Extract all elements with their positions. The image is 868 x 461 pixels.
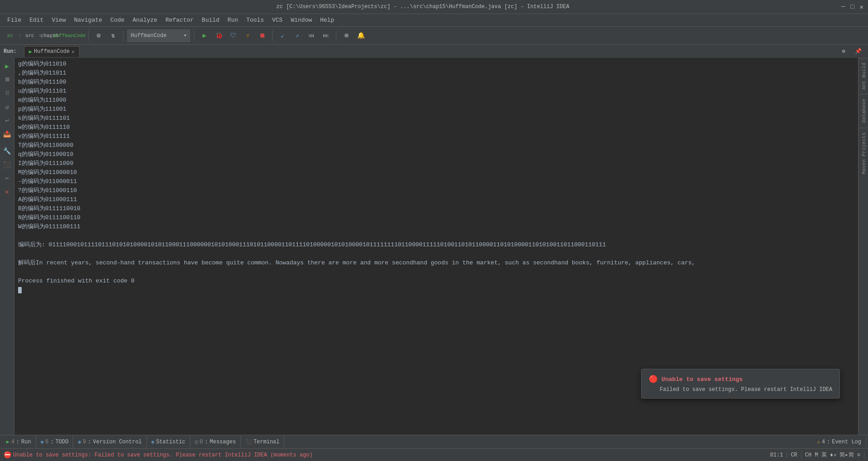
status-right: 81:1 CR CH M 英 ♦↗ 简▸简 ≡ xyxy=(766,451,864,459)
run-tab-num: 4 xyxy=(11,439,14,445)
run-tab-label: HuffmanCode xyxy=(34,48,70,55)
run-tab-icon: ▶ xyxy=(29,48,32,55)
run-config-selector[interactable]: HuffmanCode ▾ xyxy=(127,29,190,42)
status-bar: ⛔ Unable to save settings: Failed to sav… xyxy=(0,448,868,461)
notification-body: Failed to save settings. Please restart … xyxy=(649,386,832,393)
toolbar-divider-1 xyxy=(88,30,89,41)
event-log-tab[interactable]: ⚠ 4: Event Log xyxy=(812,437,866,447)
bottom-tab-bar: ▶ 4: Run ◉ 6: TODO ◉ 9: Version Control … xyxy=(0,435,868,448)
close-button[interactable]: ✕ xyxy=(860,3,863,11)
toolbar-settings-btn[interactable]: ⚙ xyxy=(92,29,105,42)
output-area[interactable]: g的编码为011010 ,的编码为011011 b的编码为011100 u的编码… xyxy=(14,58,858,435)
run-sidebar-icon[interactable]: ▶ xyxy=(1,60,14,72)
menu-navigate[interactable]: Navigate xyxy=(71,16,106,24)
encoding-text: CR xyxy=(791,452,797,458)
status-error-icon: ⛔ xyxy=(4,451,11,459)
event-log-label: Event Log xyxy=(832,439,861,445)
menu-analyze[interactable]: Analyze xyxy=(129,16,161,24)
pause-sidebar-icon[interactable]: ⏸ xyxy=(1,87,14,99)
close-sidebar-icon[interactable]: ✕ xyxy=(1,185,14,198)
settings-sidebar-icon[interactable]: 🔧 xyxy=(1,145,14,157)
menu-build[interactable]: Build xyxy=(198,16,223,24)
rerun-sidebar-icon[interactable]: ↺ xyxy=(1,100,14,113)
huffman-breadcrumb[interactable]: HuffmanCode xyxy=(63,29,75,42)
run-tab-bar: Run: ▶ HuffmanCode ✕ ⚙ 📌 xyxy=(0,44,868,58)
git-history-btn[interactable]: ⏮ xyxy=(305,29,318,42)
menu-edit[interactable]: Edit xyxy=(26,16,47,24)
menu-view[interactable]: View xyxy=(48,16,69,24)
notifications-btn[interactable]: 🔔 xyxy=(354,29,367,42)
menu-help[interactable]: Help xyxy=(316,16,338,24)
menu-run[interactable]: Run xyxy=(224,16,241,24)
huffman-run-tab[interactable]: ▶ HuffmanCode ✕ xyxy=(24,46,80,57)
run-settings-btn[interactable]: ⚙ xyxy=(837,45,850,58)
toolbar: zc › src › chap15 › HuffmanCode › ⚙ ⇅ Hu… xyxy=(0,26,868,44)
process-output: Process finished with exit code 0 xyxy=(18,277,854,286)
stop-button[interactable]: ⏹ xyxy=(256,29,269,42)
minimize-button[interactable]: ─ xyxy=(841,3,845,11)
output-line-18: N的编码为0111100110 xyxy=(18,213,854,222)
run-tab-close[interactable]: ✕ xyxy=(71,49,75,55)
console-sidebar-icon[interactable]: ⬛ xyxy=(1,158,14,171)
todo-tab-bottom[interactable]: ◉ 6: TODO xyxy=(36,435,74,448)
run-pin-btn[interactable]: 📌 xyxy=(852,45,864,58)
run-config-dropdown[interactable]: ▾ xyxy=(184,32,187,39)
profile-button[interactable]: ⚡ xyxy=(241,29,254,42)
output-line-9: v的编码为0111111 xyxy=(18,132,854,141)
restore-sidebar-icon[interactable]: ↩ xyxy=(1,114,14,127)
title-bar: zc [C:\Users\96553\IdeaProjects\zc] - ..… xyxy=(0,0,868,14)
git-forward-btn[interactable]: ⏭ xyxy=(320,29,332,42)
event-log-num: 4 xyxy=(822,439,825,445)
main-layout: ▶ ⏹ ⏸ ↺ ↩ 📤 🔧 ⬛ ✂ ✕ g的编码为011010 ,的编码为011… xyxy=(0,58,868,435)
export-sidebar-icon[interactable]: 📤 xyxy=(1,127,14,140)
database-tab[interactable]: Database xyxy=(859,94,868,127)
statistic-tab-bottom[interactable]: ◉ Statistic xyxy=(147,435,190,448)
encoded-output: 编码后为: 0111100010111101110101010000101011… xyxy=(18,240,854,249)
debug-button[interactable]: 🐞 xyxy=(212,29,225,42)
menu-tools[interactable]: Tools xyxy=(243,16,268,24)
run-tab-settings: ⚙ 📌 xyxy=(837,45,864,58)
menu-refactor[interactable]: Refactor xyxy=(162,16,197,24)
notification-title: Unable to save settings xyxy=(661,376,742,383)
version-control-tab-bottom[interactable]: ◉ 9: Version Control xyxy=(73,435,146,448)
menu-code[interactable]: Code xyxy=(107,16,128,24)
vc-tab-num: 9 xyxy=(83,439,86,445)
status-error-message: Unable to save settings: Failed to save … xyxy=(13,452,313,458)
terminal-tab-bottom[interactable]: ⬛ Terminal xyxy=(241,435,285,448)
menu-window[interactable]: Window xyxy=(287,16,316,24)
notification-header: 🔴 Unable to save settings xyxy=(649,375,832,384)
output-line-11: q的编码为01100010 xyxy=(18,150,854,159)
stat-tab-icon: ◉ xyxy=(151,439,155,445)
git-update-btn[interactable]: ↙ xyxy=(276,29,289,42)
project-icon[interactable]: zc xyxy=(4,29,16,42)
run-tab-bottom[interactable]: ▶ 4: Run xyxy=(2,435,36,448)
status-encoding[interactable]: CR xyxy=(787,452,801,458)
git-commit-btn[interactable]: ↗ xyxy=(291,29,303,42)
notification-error-icon: 🔴 xyxy=(649,375,658,384)
msg-tab-icon: ◫ xyxy=(195,439,198,445)
event-log-icon: ⚠ xyxy=(817,439,820,445)
run-button[interactable]: ▶ xyxy=(198,29,211,42)
toolbar-sort-btn[interactable]: ⇅ xyxy=(107,29,119,42)
messages-tab-bottom[interactable]: ◫ 0: Messages xyxy=(190,435,241,448)
output-line-15: ?的编码为011000110 xyxy=(18,186,854,195)
maximize-button[interactable]: □ xyxy=(850,3,854,11)
status-position[interactable]: 81:1 xyxy=(766,452,787,458)
filter-sidebar-icon[interactable]: ✂ xyxy=(1,172,14,184)
output-line-2: ,的编码为011011 xyxy=(18,69,854,78)
menu-vcs[interactable]: VCS xyxy=(269,16,286,24)
breadcrumb-sep1: › xyxy=(18,32,22,39)
output-spacer3 xyxy=(18,268,854,277)
menu-file[interactable]: File xyxy=(4,16,25,24)
ant-build-tab[interactable]: Ant Build xyxy=(859,58,868,94)
stop-sidebar-icon[interactable]: ⏹ xyxy=(1,73,14,86)
output-spacer xyxy=(18,231,854,240)
maven-projects-tab[interactable]: Maven Projects xyxy=(859,127,868,179)
coverage-button[interactable]: 🛡 xyxy=(227,29,240,42)
layout-btn[interactable]: ⊞ xyxy=(340,29,353,42)
status-charset[interactable]: CH M 英 ♦↗ 简▸简 ≡ xyxy=(802,451,864,459)
toolbar-divider-2 xyxy=(123,30,123,41)
term-tab-icon: ⬛ xyxy=(245,439,252,445)
src-icon[interactable]: src xyxy=(24,29,36,42)
msg-tab-num: 0 xyxy=(200,439,203,445)
